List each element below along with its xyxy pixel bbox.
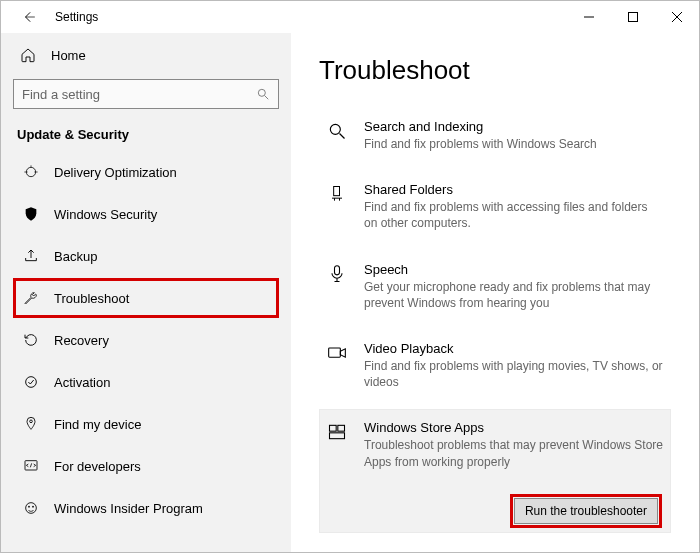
sidebar-item-label: Recovery xyxy=(54,333,109,348)
troubleshooter-video-playback[interactable]: Video Playback Find and fix problems wit… xyxy=(319,330,671,405)
sidebar-item-troubleshoot[interactable]: Troubleshoot xyxy=(13,278,279,318)
window-title: Settings xyxy=(55,10,98,24)
svg-rect-19 xyxy=(335,265,340,274)
search-indexing-icon xyxy=(326,119,348,152)
sidebar-home[interactable]: Home xyxy=(13,39,279,71)
arrow-left-icon xyxy=(22,10,36,24)
svg-point-10 xyxy=(26,377,37,388)
sidebar-item-delivery-optimization[interactable]: Delivery Optimization xyxy=(13,152,279,192)
troubleshooter-desc: Find and fix problems with accessing fil… xyxy=(364,199,664,231)
svg-rect-18 xyxy=(334,187,340,196)
troubleshooter-search-indexing[interactable]: Search and Indexing Find and fix problem… xyxy=(319,108,671,167)
sidebar: Home Find a setting Update & Security De… xyxy=(1,33,291,552)
close-button[interactable] xyxy=(655,1,699,33)
maximize-button[interactable] xyxy=(611,1,655,33)
troubleshooter-speech[interactable]: Speech Get your microphone ready and fix… xyxy=(319,251,671,326)
troubleshooter-title: Shared Folders xyxy=(364,182,664,197)
back-button[interactable] xyxy=(13,1,45,33)
page-title: Troubleshoot xyxy=(319,55,671,86)
delivery-optimization-icon xyxy=(22,164,40,180)
sidebar-item-label: For developers xyxy=(54,459,141,474)
sidebar-item-find-my-device[interactable]: Find my device xyxy=(13,404,279,444)
sidebar-item-label: Troubleshoot xyxy=(54,291,129,306)
sidebar-item-label: Backup xyxy=(54,249,97,264)
minimize-button[interactable] xyxy=(567,1,611,33)
backup-icon xyxy=(22,248,40,264)
sidebar-item-activation[interactable]: Activation xyxy=(13,362,279,402)
svg-rect-1 xyxy=(629,13,638,22)
maximize-icon xyxy=(628,12,638,22)
svg-rect-21 xyxy=(330,426,337,432)
sidebar-item-label: Find my device xyxy=(54,417,141,432)
activation-icon xyxy=(22,374,40,390)
sidebar-item-label: Activation xyxy=(54,375,110,390)
search-placeholder: Find a setting xyxy=(22,87,100,102)
search-icon xyxy=(256,87,270,101)
sidebar-item-windows-insider[interactable]: Windows Insider Program xyxy=(13,488,279,528)
troubleshooter-desc: Find and fix problems with playing movie… xyxy=(364,358,664,390)
troubleshooter-windows-store-apps[interactable]: Windows Store Apps Troubleshoot problems… xyxy=(319,409,671,532)
sidebar-item-label: Delivery Optimization xyxy=(54,165,177,180)
troubleshooter-desc: Get your microphone ready and fix proble… xyxy=(364,279,664,311)
microphone-icon xyxy=(326,262,348,311)
sidebar-item-recovery[interactable]: Recovery xyxy=(13,320,279,360)
developers-icon xyxy=(22,458,40,474)
troubleshooter-shared-folders[interactable]: Shared Folders Find and fix problems wit… xyxy=(319,171,671,246)
svg-rect-22 xyxy=(338,426,345,432)
sidebar-item-backup[interactable]: Backup xyxy=(13,236,279,276)
svg-point-14 xyxy=(28,506,30,508)
wrench-icon xyxy=(22,290,40,306)
shield-icon xyxy=(22,206,40,222)
sidebar-item-windows-security[interactable]: Windows Security xyxy=(13,194,279,234)
troubleshooter-title: Windows Store Apps xyxy=(364,420,664,435)
svg-point-15 xyxy=(32,506,34,508)
video-icon xyxy=(326,341,348,390)
troubleshooter-title: Speech xyxy=(364,262,664,277)
run-troubleshooter-button[interactable]: Run the troubleshooter xyxy=(514,498,658,524)
troubleshooter-title: Search and Indexing xyxy=(364,119,597,134)
sidebar-item-label: Windows Security xyxy=(54,207,157,222)
shared-folders-icon xyxy=(326,182,348,231)
svg-rect-23 xyxy=(330,433,345,439)
svg-point-4 xyxy=(258,89,265,96)
sidebar-item-for-developers[interactable]: For developers xyxy=(13,446,279,486)
titlebar: Settings xyxy=(1,1,699,33)
sidebar-item-label: Windows Insider Program xyxy=(54,501,203,516)
sidebar-section-title: Update & Security xyxy=(17,127,279,142)
home-icon xyxy=(19,47,37,63)
troubleshooter-title: Video Playback xyxy=(364,341,664,356)
insider-icon xyxy=(22,500,40,516)
close-icon xyxy=(672,12,682,22)
svg-point-6 xyxy=(26,167,35,176)
search-input[interactable]: Find a setting xyxy=(13,79,279,109)
svg-point-11 xyxy=(30,420,33,423)
store-apps-icon xyxy=(326,420,348,469)
sidebar-home-label: Home xyxy=(51,48,86,63)
recovery-icon xyxy=(22,332,40,348)
location-icon xyxy=(22,416,40,432)
svg-line-5 xyxy=(265,96,269,100)
main-content: Troubleshoot Search and Indexing Find an… xyxy=(291,33,699,552)
get-help-link[interactable]: Get help xyxy=(319,551,671,552)
svg-point-16 xyxy=(330,124,340,134)
svg-rect-20 xyxy=(329,348,341,357)
svg-line-17 xyxy=(340,134,345,139)
troubleshooter-desc: Troubleshoot problems that may prevent W… xyxy=(364,437,664,469)
minimize-icon xyxy=(584,12,594,22)
troubleshooter-desc: Find and fix problems with Windows Searc… xyxy=(364,136,597,152)
